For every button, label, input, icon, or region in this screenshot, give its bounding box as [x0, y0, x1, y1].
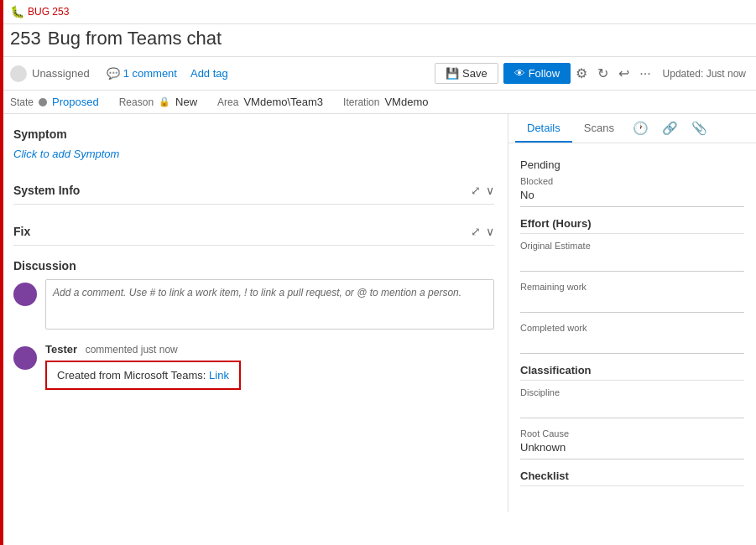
- effort-title: Effort (Hours): [520, 217, 744, 234]
- symptom-title: Symptom: [13, 127, 494, 141]
- follow-button[interactable]: 👁 Follow: [503, 63, 571, 84]
- more-button[interactable]: ···: [634, 63, 655, 85]
- attachment-tab-icon[interactable]: 📎: [685, 114, 714, 143]
- comment-text: Created from Microsoft Teams:: [57, 369, 209, 382]
- action-bar: Unassigned 💬 1 comment Add tag 💾 Save 👁 …: [0, 57, 756, 91]
- completed-work-value[interactable]: [520, 335, 744, 354]
- reason-value[interactable]: New: [175, 96, 197, 108]
- iteration-value[interactable]: VMdemo: [384, 96, 428, 108]
- comment-count: 1 comment: [123, 67, 177, 80]
- state-field: State Proposed: [10, 96, 99, 108]
- discipline-value[interactable]: [520, 400, 744, 418]
- bug-number: 253: [10, 28, 41, 49]
- root-cause-value[interactable]: Unknown: [520, 441, 744, 459]
- completed-work-label: Completed work: [520, 323, 744, 333]
- area-value[interactable]: VMdemo\Team3: [243, 96, 323, 108]
- left-panel: Symptom Click to add Symptom System Info…: [0, 114, 508, 512]
- discipline-field: Discipline: [520, 387, 744, 418]
- expand-icon[interactable]: ⤢: [471, 184, 481, 197]
- comment-body: Created from Microsoft Teams: Link: [45, 361, 241, 390]
- comment-header: Tester commented just now: [45, 343, 494, 356]
- comment-link[interactable]: Link: [209, 369, 229, 382]
- top-bar: 🐛 BUG 253: [0, 0, 756, 24]
- tab-scans[interactable]: Scans: [572, 115, 626, 143]
- fix-collapse-icon[interactable]: ∨: [486, 225, 494, 238]
- state-value[interactable]: Proposed: [52, 96, 99, 108]
- fix-section: Fix ⤢ ∨: [13, 218, 494, 246]
- original-estimate-value[interactable]: [520, 253, 744, 272]
- root-cause-label: Root Cause: [520, 428, 744, 439]
- bug-icon: 🐛: [10, 5, 24, 18]
- settings-button[interactable]: ⚙: [571, 62, 592, 85]
- add-tag-button[interactable]: Add tag: [190, 67, 228, 80]
- avatar: [10, 65, 27, 82]
- collapse-icon[interactable]: ∨: [486, 184, 494, 197]
- right-panel: Details Scans 🕐 🔗 📎 Pending Blocked No E…: [508, 114, 756, 512]
- root-cause-field: Root Cause Unknown: [520, 428, 744, 459]
- discussion-section: Discussion Add a comment. Use # to link …: [13, 259, 494, 390]
- tab-details[interactable]: Details: [515, 115, 572, 143]
- remaining-work-value[interactable]: [520, 294, 744, 313]
- original-estimate-field: Original Estimate: [520, 241, 744, 272]
- classification-title: Classification: [520, 364, 744, 381]
- bug-title: Bug from Teams chat: [48, 28, 222, 49]
- reason-field: Reason 🔒 New: [119, 96, 197, 108]
- comment-content: Tester commented just now Created from M…: [45, 343, 494, 390]
- link-tab-icon[interactable]: 🔗: [655, 114, 685, 143]
- checklist-title: Checklist: [520, 470, 744, 486]
- comment-time: commented just now: [86, 344, 178, 356]
- main-container: Symptom Click to add Symptom System Info…: [0, 114, 756, 512]
- fix-expand-icon[interactable]: ⤢: [471, 225, 481, 238]
- eye-icon: 👁: [514, 67, 525, 80]
- state-circle-icon: [39, 98, 47, 106]
- comment-button[interactable]: 💬 1 comment: [107, 67, 177, 80]
- system-info-icons: ⤢ ∨: [471, 184, 494, 197]
- comment-input[interactable]: Add a comment. Use # to link a work item…: [45, 279, 494, 330]
- comment-icon: 💬: [107, 67, 120, 80]
- updated-text: Updated: Just now: [663, 68, 746, 80]
- right-content: Pending Blocked No Effort (Hours) Origin…: [508, 143, 756, 503]
- assignee-label[interactable]: Unassigned: [32, 67, 90, 80]
- discussion-input-row: Add a comment. Use # to link a work item…: [13, 279, 494, 330]
- blocked-field: Blocked No: [520, 176, 744, 207]
- discussion-title: Discussion: [13, 259, 494, 272]
- fix-icons: ⤢ ∨: [471, 225, 494, 238]
- lock-icon: 🔒: [159, 96, 170, 107]
- completed-work-field: Completed work: [520, 323, 744, 354]
- blocked-value[interactable]: No: [520, 189, 744, 207]
- save-button[interactable]: 💾 Save: [435, 63, 498, 84]
- blocked-label: Blocked: [520, 176, 744, 186]
- remaining-work-field: Remaining work: [520, 282, 744, 313]
- save-icon: 💾: [446, 67, 459, 80]
- symptom-placeholder[interactable]: Click to add Symptom: [13, 148, 119, 160]
- title-bar: 253 Bug from Teams chat: [0, 24, 756, 57]
- fix-title: Fix: [13, 225, 30, 238]
- comment-author: Tester: [45, 343, 77, 356]
- system-info-title: System Info: [13, 184, 80, 197]
- area-field: Area VMdemo\Team3: [217, 96, 323, 108]
- discipline-label: Discipline: [520, 387, 744, 397]
- system-info-section: System Info ⤢ ∨: [13, 177, 494, 205]
- meta-bar: State Proposed Reason 🔒 New Area VMdemo\…: [0, 91, 756, 114]
- tester-avatar: [13, 346, 37, 370]
- history-tab-icon[interactable]: 🕐: [626, 114, 655, 143]
- pending-text: Pending: [520, 153, 744, 176]
- tabs: Details Scans 🕐 🔗 📎: [508, 114, 756, 143]
- assignee-area: Unassigned: [10, 65, 90, 82]
- current-user-avatar: [13, 283, 37, 306]
- refresh-button[interactable]: ↻: [592, 62, 613, 85]
- undo-button[interactable]: ↩: [613, 62, 634, 85]
- comment-entry: Tester commented just now Created from M…: [13, 343, 494, 390]
- symptom-section: Symptom Click to add Symptom: [13, 127, 494, 160]
- bug-label: BUG 253: [28, 6, 69, 18]
- remaining-work-label: Remaining work: [520, 282, 744, 292]
- iteration-field: Iteration VMdemo: [343, 96, 428, 108]
- original-estimate-label: Original Estimate: [520, 241, 744, 251]
